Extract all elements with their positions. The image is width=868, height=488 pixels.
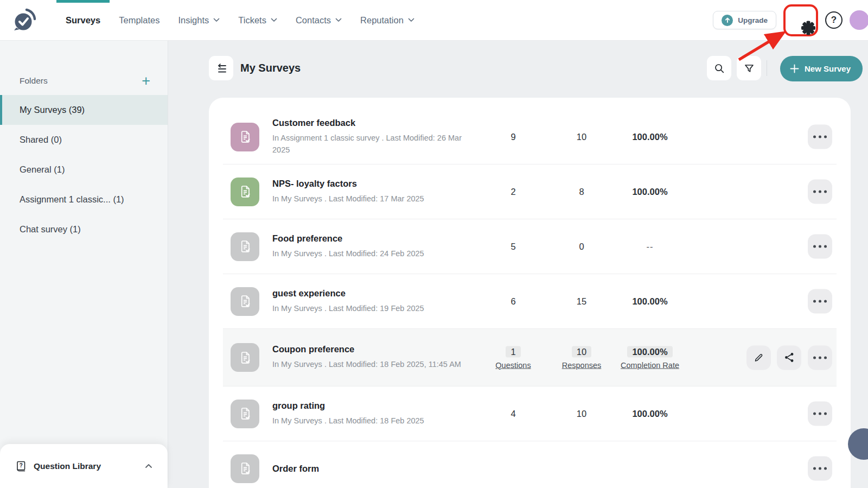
nav-item[interactable]: Surveys <box>56 0 110 40</box>
collapse-icon <box>215 62 228 74</box>
sidebar-folder-item[interactable]: Assignment 1 classic... (1) <box>0 185 168 214</box>
edit-button[interactable] <box>746 345 771 370</box>
nav-item[interactable]: Insights <box>169 0 229 40</box>
completion-rate: 100.00% <box>627 346 672 357</box>
ellipsis-icon <box>813 136 816 138</box>
responses-stat: 10 Responses <box>560 409 603 419</box>
responses-stat: 15 Responses <box>560 296 603 307</box>
nav-item[interactable]: Contacts <box>286 0 351 40</box>
survey-document-icon <box>231 400 259 428</box>
nav-item[interactable]: Tickets <box>229 0 286 40</box>
more-options-button[interactable] <box>808 180 832 204</box>
filter-button[interactable] <box>737 56 761 80</box>
survey-text: Order form <box>272 456 319 481</box>
folders-title: Folders <box>20 76 48 86</box>
nav-item-label: Contacts <box>296 15 331 26</box>
questions-count: 4 <box>510 409 515 419</box>
collapse-sidebar-button[interactable] <box>209 56 233 80</box>
questions-count: 1 <box>506 346 520 357</box>
survey-subtitle: In My Surveys . Last Modified: 18 Feb 20… <box>272 358 461 370</box>
sidebar-folder-item[interactable]: My Surveys (39) <box>0 95 168 125</box>
more-options-button[interactable] <box>808 457 832 481</box>
more-options-button[interactable] <box>808 345 832 370</box>
survey-row[interactable]: Coupon preference In My Surveys . Last M… <box>223 329 837 386</box>
responses-count: 10 <box>572 346 591 357</box>
question-library-label: Question Library <box>34 461 101 471</box>
sidebar-folder-label: Shared (0) <box>20 135 62 145</box>
survey-text: Coupon preference In My Surveys . Last M… <box>272 337 461 378</box>
toolbar-divider <box>767 60 767 76</box>
share-button[interactable] <box>777 345 801 370</box>
questions-stat: 1 Questions <box>492 346 535 369</box>
upgrade-button[interactable]: Upgrade <box>713 11 776 29</box>
chevron-down-icon <box>335 18 342 22</box>
completion-stat: 100.00% Completion Rate <box>607 346 693 369</box>
questions-label[interactable]: Questions <box>495 360 531 369</box>
survey-text: NPS- loyalty factors In My Surveys . Las… <box>272 171 424 212</box>
survey-title: Customer feedback <box>272 118 477 128</box>
survey-row[interactable]: Food preference In My Surveys . Last Mod… <box>223 219 837 274</box>
survey-row[interactable]: group rating In My Surveys . Last Modifi… <box>223 386 837 441</box>
survey-title: NPS- loyalty factors <box>272 179 424 189</box>
survey-row[interactable]: Customer feedback In Assignment 1 classi… <box>223 110 837 164</box>
sidebar-folder-item[interactable]: Shared (0) <box>0 125 168 155</box>
survey-row[interactable]: NPS- loyalty factors In My Surveys . Las… <box>223 164 837 219</box>
survey-row[interactable]: Order form Questions Responses Completio… <box>223 441 837 488</box>
nav-item-label: Reputation <box>360 15 404 26</box>
chevron-down-icon <box>408 18 414 22</box>
add-folder-button[interactable]: + <box>142 75 150 86</box>
help-button[interactable]: ? <box>825 11 843 29</box>
book-icon: ? <box>15 460 27 472</box>
app-logo[interactable] <box>12 8 37 33</box>
survey-title: Food preference <box>272 233 424 244</box>
plus-icon <box>790 64 799 73</box>
search-icon <box>714 63 725 74</box>
sidebar-folder-label: Chat survey (1) <box>20 224 81 235</box>
survey-subtitle: In Assignment 1 classic survey . Last Mo… <box>272 132 477 156</box>
more-options-button[interactable] <box>808 235 832 259</box>
more-options-button[interactable] <box>808 402 832 426</box>
responses-count: 10 <box>577 132 586 142</box>
completion-label[interactable]: Completion Rate <box>621 360 679 369</box>
survey-text: group rating In My Surveys . Last Modifi… <box>272 393 424 434</box>
pencil-icon <box>754 352 764 363</box>
nav-item-label: Templates <box>119 15 159 26</box>
survey-text: guest experience In My Surveys . Last Mo… <box>272 281 424 322</box>
new-survey-button[interactable]: New Survey <box>780 56 863 81</box>
ellipsis-icon <box>813 413 816 415</box>
responses-stat: 0 Responses <box>560 242 603 252</box>
question-library-toggle[interactable]: ? Question Library <box>0 444 168 488</box>
top-navigation-bar: Surveys Templates Insights Tickets <box>0 0 868 41</box>
chevron-down-icon <box>271 18 277 22</box>
survey-subtitle: In My Surveys . Last Modified: 24 Feb 20… <box>272 248 424 259</box>
ellipsis-icon <box>813 191 816 193</box>
ellipsis-icon <box>813 467 816 470</box>
sidebar-folder-label: General (1) <box>20 164 65 175</box>
questions-count: 5 <box>510 242 515 252</box>
completion-stat: 100.00% Completion Rate <box>607 409 693 419</box>
annotation-highlight-box <box>783 4 818 36</box>
new-survey-label: New Survey <box>805 64 851 73</box>
completion-stat: 100.00% Completion Rate <box>607 187 693 197</box>
survey-title: Order form <box>272 464 319 474</box>
search-button[interactable] <box>707 56 731 80</box>
responses-count: 10 <box>577 409 586 419</box>
survey-title: guest experience <box>272 288 424 299</box>
more-options-button[interactable] <box>808 289 832 314</box>
nav-item[interactable]: Reputation <box>351 0 424 40</box>
folders-sidebar: Folders + My Surveys (39) Shared (0) Gen… <box>0 41 168 488</box>
more-options-button[interactable] <box>808 125 832 149</box>
sidebar-folder-item[interactable]: General (1) <box>0 155 168 185</box>
questions-stat: 9 Questions <box>492 132 535 142</box>
nav-item[interactable]: Templates <box>110 0 169 40</box>
questions-stat: 5 Questions <box>492 242 535 252</box>
questions-count: 9 <box>510 132 515 142</box>
sidebar-folder-item[interactable]: Chat survey (1) <box>0 214 168 244</box>
questions-stat: 4 Questions <box>492 409 535 419</box>
responses-label[interactable]: Responses <box>562 360 602 369</box>
surveys-list-card: Customer feedback In Assignment 1 classi… <box>209 98 851 488</box>
user-avatar[interactable] <box>850 10 868 30</box>
survey-row[interactable]: guest experience In My Surveys . Last Mo… <box>223 274 837 329</box>
folders-header: Folders + <box>20 75 150 86</box>
survey-title: group rating <box>272 401 424 411</box>
